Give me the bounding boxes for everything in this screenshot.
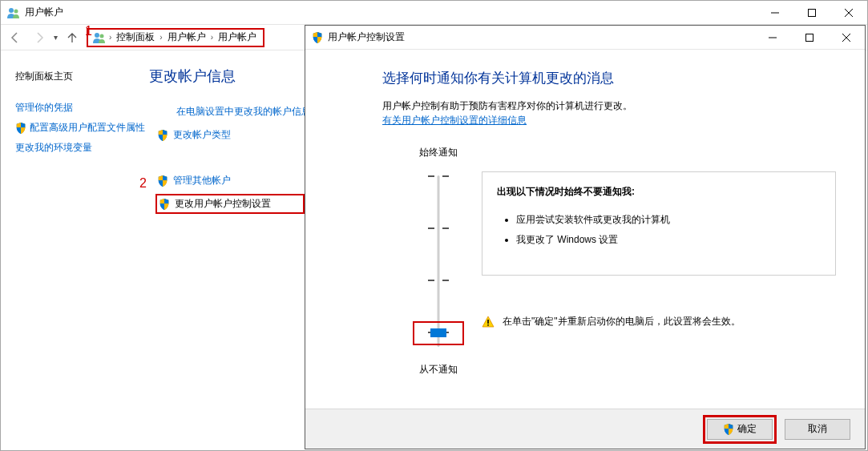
sidebar-credentials[interactable]: 管理你的凭据	[15, 98, 149, 118]
users-icon	[93, 31, 106, 44]
parent-window-title: 用户帐户	[25, 6, 63, 19]
parent-maximize-button[interactable]	[793, 1, 830, 25]
dialog-heading: 选择何时通知你有关计算机更改的消息	[382, 69, 833, 87]
link-change-account-type[interactable]: 更改帐户类型	[157, 123, 311, 147]
shield-icon	[157, 130, 168, 141]
shield-icon	[312, 32, 323, 43]
parent-close-button[interactable]	[830, 1, 867, 25]
shield-icon	[723, 424, 734, 435]
svg-rect-4	[809, 9, 816, 16]
sidebar-env-vars[interactable]: 更改我的环境变量	[15, 138, 149, 158]
shield-icon	[157, 175, 168, 187]
breadcrumb-item[interactable]: 控制面板	[115, 30, 156, 44]
dialog-more-info-link[interactable]: 有关用户帐户控制设置的详细信息	[382, 115, 527, 126]
chevron-right-icon: ›	[211, 33, 213, 42]
slider-tick	[428, 175, 449, 177]
link-manage-other-accounts[interactable]: 管理其他帐户	[157, 169, 311, 192]
sidebar-advanced-profile[interactable]: 配置高级用户配置文件属性	[15, 118, 149, 138]
dialog-close-button[interactable]	[828, 26, 865, 50]
uac-dialog: 用户帐户控制设置 选择何时通知你有关计算机更改的消息 用户帐户控制有助于预防有害…	[305, 25, 866, 449]
breadcrumb[interactable]: › 控制面板 › 用户帐户 › 用户帐户	[87, 28, 264, 47]
sidebar-home[interactable]: 控制面板主页	[15, 66, 149, 87]
annotation-box-3	[413, 321, 464, 345]
slider-tick	[428, 280, 449, 281]
uac-info-panel: 出现以下情况时始终不要通知我: 应用尝试安装软件或更改我的计算机 我更改了 Wi…	[482, 171, 836, 276]
dialog-subtext: 用户帐户控制有助于预防有害程序对你的计算机进行更改。	[382, 99, 833, 114]
shield-icon	[15, 123, 26, 134]
link-label: 更改帐户类型	[173, 128, 231, 142]
cp-main-heading: 更改帐户信息	[149, 66, 311, 86]
chevron-right-icon: ›	[109, 33, 111, 42]
cancel-button[interactable]: 取消	[785, 419, 850, 440]
parent-titlebar: 用户帐户	[1, 1, 867, 25]
dialog-minimize-button[interactable]	[754, 26, 791, 50]
dialog-titlebar: 用户帐户控制设置	[305, 26, 865, 50]
ok-button[interactable]: 确定	[707, 419, 773, 440]
link-change-uac-settings[interactable]: 更改用户帐户控制设置	[155, 194, 305, 214]
breadcrumb-item[interactable]: 用户帐户	[216, 30, 258, 44]
info-item: 应用尝试安装软件或更改我的计算机	[516, 210, 821, 230]
link-label: 更改用户帐户控制设置	[175, 197, 271, 211]
breadcrumb-item[interactable]: 用户帐户	[166, 30, 208, 44]
button-label: 取消	[808, 422, 827, 436]
shield-icon	[159, 199, 170, 210]
uac-slider-area: 始终通知 从不通知	[382, 146, 495, 377]
warning-icon	[482, 316, 495, 328]
dialog-title: 用户帐户控制设置	[328, 30, 405, 44]
uac-warning: 在单击"确定"并重新启动你的电脑后，此设置将会生效。	[482, 314, 836, 329]
slider-label-always: 始终通知	[382, 146, 495, 159]
sidebar-item-label: 配置高级用户配置文件属性	[30, 121, 145, 135]
link-label: 管理其他帐户	[173, 174, 231, 187]
cp-sidebar: 控制面板主页 管理你的凭据 配置高级用户配置文件属性 更改我的环境变量	[1, 52, 149, 450]
slider-tick	[428, 228, 449, 229]
button-label: 确定	[737, 422, 757, 436]
parent-minimize-button[interactable]	[757, 1, 793, 25]
dialog-maximize-button[interactable]	[791, 26, 828, 50]
dialog-body: 选择何时通知你有关计算机更改的消息 用户帐户控制有助于预防有害程序对你的计算机进…	[305, 50, 865, 409]
slider-label-never: 从不通知	[382, 363, 495, 377]
dialog-footer: 确定 取消	[305, 409, 865, 449]
nav-forward-button[interactable]	[30, 28, 49, 47]
link-pc-settings[interactable]: 在电脑设置中更改我的帐户信息	[176, 100, 311, 123]
annotation-box-4: 确定	[703, 415, 777, 444]
nav-recent-dropdown[interactable]: ▾	[54, 33, 58, 42]
chevron-right-icon: ›	[159, 33, 162, 42]
uac-slider[interactable]	[382, 169, 495, 353]
svg-rect-5	[806, 34, 813, 41]
users-icon	[7, 6, 20, 19]
info-heading: 出现以下情况时始终不要通知我:	[497, 185, 821, 199]
warning-text: 在单击"确定"并重新启动你的电脑后，此设置将会生效。	[503, 314, 741, 329]
info-item: 我更改了 Windows 设置	[516, 230, 821, 250]
nav-up-button[interactable]	[63, 28, 82, 47]
nav-back-button[interactable]	[6, 28, 25, 47]
cp-main: 更改帐户信息 在电脑设置中更改我的帐户信息 更改帐户类型 管理其他帐户 更改用户…	[149, 52, 311, 450]
